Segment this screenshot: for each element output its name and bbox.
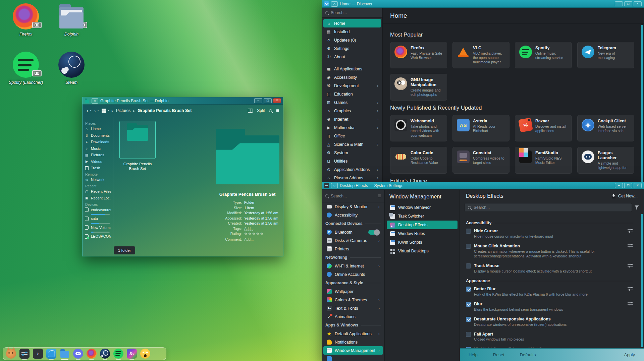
sidebar-item-games[interactable]: ⊞Games› xyxy=(323,98,381,107)
settings-item-window-management[interactable]: Window Management› xyxy=(323,346,383,355)
taskbar-item-discord[interactable] xyxy=(72,347,84,360)
places-item-videos[interactable]: ▶Videos xyxy=(85,159,111,164)
app-card-bazaar[interactable]: %BazaarDiscover and install applications xyxy=(515,115,572,141)
app-card-constrict[interactable]: ConstrictCompress videos to target sizes xyxy=(452,147,509,174)
places-item-network[interactable]: ⊕Network xyxy=(85,177,111,182)
places-item-home[interactable]: ⌂Home xyxy=(85,126,111,131)
effect-checkbox[interactable] xyxy=(466,347,471,348)
sidebar-item-application-addons[interactable]: ⊙Application Addons› xyxy=(323,165,381,174)
desktop-icon-steam[interactable]: Steam xyxy=(50,52,93,85)
effect-checkbox[interactable] xyxy=(466,332,471,337)
sidebar-item-home[interactable]: ⌂Home xyxy=(323,19,381,27)
breadcrumb-current[interactable]: Graphite Pencils Brush Set xyxy=(138,108,192,113)
close-button[interactable]: × xyxy=(634,183,642,188)
close-button[interactable]: × xyxy=(634,1,642,6)
settings-item-text-fonts[interactable]: AaText & Fonts› xyxy=(323,304,383,312)
view-mode-icon[interactable] xyxy=(101,108,106,113)
taskbar-item-kvantum[interactable]: Kv xyxy=(126,347,138,360)
settings-item-default-applications[interactable]: ★Default Applications› xyxy=(323,329,383,338)
sidebar-item-internet[interactable]: ⊕Internet› xyxy=(323,115,381,123)
settings-item-accessibility[interactable]: Accessibility xyxy=(323,211,383,219)
subcategory-item-window-rules[interactable]: Window Rules xyxy=(387,229,458,238)
app-card-webcamoid[interactable]: WebcamoidTake photos and record videos w… xyxy=(390,115,447,141)
settings-search-field[interactable]: Search... ≡ xyxy=(322,190,384,202)
settings-item-colors-themes[interactable]: Colors & Themes› xyxy=(323,296,383,304)
minimize-button[interactable]: – xyxy=(615,1,623,6)
taskbar-item-scream[interactable] xyxy=(140,347,151,360)
places-item-recent-files[interactable]: ▢Recent Files xyxy=(85,189,111,194)
effects-search-field[interactable]: Search... xyxy=(465,203,632,212)
subcategory-item-window-behavior[interactable]: Window Behavior xyxy=(387,203,458,212)
settings-item-bluetooth[interactable]: BBluetooth xyxy=(323,228,383,236)
taskbar-item-dolphin[interactable] xyxy=(59,347,70,360)
maximize-button[interactable]: □ xyxy=(624,1,632,6)
app-card-faugus-launcher[interactable]: Faugus LauncherA simple and lightweight … xyxy=(577,147,634,174)
discover-titlebar[interactable]: ◇ Home — Discover – □ × xyxy=(322,0,644,8)
sidebar-item-science-math[interactable]: △Science & Math› xyxy=(323,140,381,148)
minimize-button[interactable]: – xyxy=(615,183,623,188)
settings-item-notifications[interactable]: Notifications xyxy=(323,338,383,346)
sidebar-item-installed[interactable]: ▤Installed xyxy=(323,27,381,36)
get-new-button[interactable]: Get New... xyxy=(612,194,638,198)
add-link[interactable]: Add... xyxy=(244,227,254,231)
taskbar-item-system-settings[interactable] xyxy=(19,347,30,360)
filter-icon[interactable] xyxy=(635,205,639,209)
minimize-button[interactable]: – xyxy=(254,98,262,103)
sidebar-item-updates-0-[interactable]: ↻Updates (0) xyxy=(323,36,381,44)
app-card-firefox[interactable]: FirefoxFast, Private & Safe Web Browser xyxy=(390,42,447,68)
hamburger-menu-icon[interactable]: ≡ xyxy=(378,193,381,199)
effect-checkbox[interactable] xyxy=(466,317,471,322)
places-item-music[interactable]: ♪Music xyxy=(85,146,111,151)
places-item-documents[interactable]: ▯Documents xyxy=(85,133,111,138)
rating-stars[interactable]: ☆☆☆☆☆ xyxy=(244,232,264,236)
reset-button[interactable]: Reset xyxy=(493,352,504,357)
sidebar-item-system[interactable]: ⚙System xyxy=(323,148,381,157)
taskbar-item-steam[interactable] xyxy=(99,347,111,360)
discover-scrollbar[interactable] xyxy=(641,25,643,185)
breadcrumb-pictures[interactable]: Pictures xyxy=(116,108,130,113)
subcategory-item-kwin-scripts[interactable]: KWin Scripts xyxy=(387,238,458,247)
settings-item-wi-fi-internet[interactable]: Wi-Fi & Internet› xyxy=(323,262,383,270)
sidebar-item-all-applications[interactable]: ▦All Applications xyxy=(323,65,381,73)
settings-item-wallpaper[interactable]: Wallpaper xyxy=(323,287,383,296)
maximize-button[interactable]: □ xyxy=(624,183,632,188)
places-item-new-volume[interactable]: New Volume xyxy=(85,225,111,230)
window-menu-button[interactable]: ◇ xyxy=(331,183,338,188)
desktop-icon-firefox[interactable]: Firefox xyxy=(5,3,47,37)
app-card-gnu-image-manipulation[interactable]: GNU Image ManipulationCreate images and … xyxy=(390,74,447,101)
effect-checkbox[interactable] xyxy=(466,302,471,307)
dolphin-titlebar[interactable]: ◇ Graphite Pencils Brush Set — Dolphin –… xyxy=(83,97,283,105)
app-card-telegram[interactable]: TelegramNew era of messaging xyxy=(577,42,634,68)
configure-effect-icon[interactable] xyxy=(628,229,633,233)
app-card-asteria[interactable]: ASAsteriaAI Reads your Birthchart xyxy=(452,115,509,141)
subcategory-item-task-switcher[interactable]: Task Switcher xyxy=(387,212,458,221)
taskbar-item-discover[interactable] xyxy=(46,347,57,360)
configure-effect-icon[interactable] xyxy=(628,302,633,306)
sidebar-item-about[interactable]: ⓘAbout xyxy=(323,53,381,61)
places-item-trash[interactable]: Trash xyxy=(85,166,111,170)
places-item-pictures[interactable]: ▦Pictures xyxy=(85,153,111,157)
help-button[interactable]: Help xyxy=(469,352,478,357)
places-item-recent-loc-[interactable]: ▣Recent Loc... xyxy=(85,196,111,200)
settings-item-online-accounts[interactable]: Online Accounts xyxy=(323,270,383,279)
effect-checkbox[interactable] xyxy=(466,263,471,268)
back-history-caret[interactable]: ▾ xyxy=(90,109,92,112)
subcategory-item-desktop-effects[interactable]: Desktop Effects xyxy=(387,221,458,229)
forward-history-caret[interactable]: ▾ xyxy=(98,109,99,112)
back-button[interactable]: ‹ xyxy=(87,108,89,114)
places-item-downloads[interactable]: ↧Downloads xyxy=(85,139,111,144)
sidebar-item-multimedia[interactable]: ▶Multimedia› xyxy=(323,123,381,132)
sidebar-item-settings[interactable]: ⚙Settings xyxy=(323,44,381,53)
close-button[interactable]: × xyxy=(273,98,281,103)
effect-checkbox[interactable] xyxy=(466,287,471,292)
split-button[interactable]: Split xyxy=(257,108,265,113)
configure-effect-icon[interactable] xyxy=(628,244,633,248)
discover-search-field[interactable]: Search... xyxy=(322,8,382,18)
app-card-cockpit-client[interactable]: Cockpit ClientWeb-based server interface… xyxy=(577,115,634,141)
taskbar-item-app-launcher[interactable] xyxy=(5,347,17,360)
hamburger-menu-icon[interactable]: ≡ xyxy=(276,108,279,114)
settings-item-printers[interactable]: Printers xyxy=(323,245,383,253)
places-item-leospcom-[interactable]: LEOSPCOM... xyxy=(85,234,111,239)
defaults-button[interactable]: Defaults xyxy=(520,352,536,357)
places-item-endeavouros[interactable]: endeavouros xyxy=(85,207,111,212)
